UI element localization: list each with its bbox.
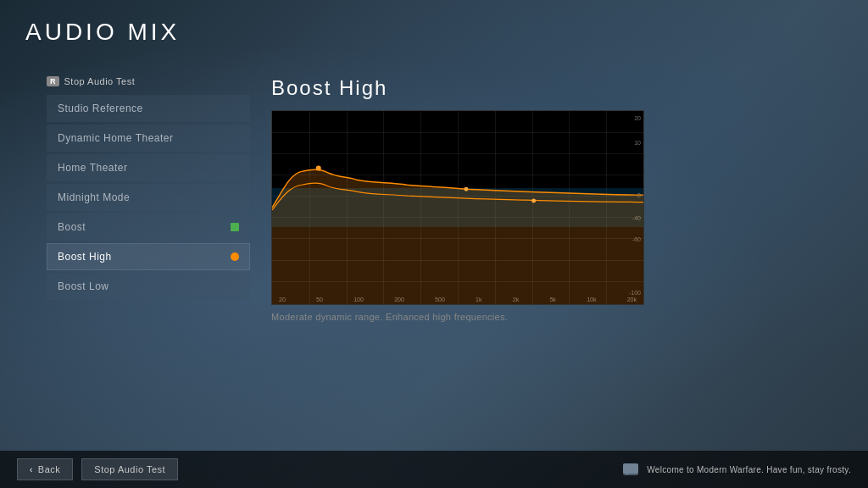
bottom-left-controls: ‹ Back Stop Audio Test — [17, 458, 178, 480]
eq-fill-upper — [272, 169, 643, 304]
sidebar-label-studio-reference: Studio Reference — [58, 103, 143, 114]
eq-dot-peak — [316, 165, 321, 170]
bottom-right-info: Welcome to Modern Warfare. Have fun, sta… — [623, 463, 851, 475]
sidebar-item-dynamic-home-theater[interactable]: Dynamic Home Theater — [47, 125, 250, 152]
r-key-icon: R — [47, 76, 59, 86]
back-label: Back — [38, 464, 60, 474]
boost-active-indicator — [231, 223, 239, 231]
boost-high-selected-indicator — [231, 252, 239, 261]
stop-audio-test-label: Stop Audio Test — [94, 464, 165, 474]
sidebar-label-boost-low: Boost Low — [58, 280, 109, 292]
eq-curve-svg — [272, 111, 643, 304]
sidebar-label-boost-high: Boost High — [58, 251, 112, 263]
chevron-left-icon: ‹ — [30, 465, 33, 474]
eq-dot-high — [531, 199, 536, 203]
sidebar-label-boost: Boost — [58, 221, 86, 233]
stop-audio-test-button[interactable]: Stop Audio Test — [81, 458, 178, 480]
preset-description: Moderate dynamic range. Enhanced high fr… — [271, 312, 843, 322]
stop-audio-test-top-button[interactable]: R Stop Audio Test — [47, 76, 250, 86]
page-title: AUDIO MIX — [25, 19, 180, 46]
sidebar-label-midnight-mode: Midnight Mode — [58, 191, 130, 203]
sidebar-label-home-theater: Home Theater — [58, 162, 127, 174]
sidebar: R Stop Audio Test Studio Reference Dynam… — [47, 76, 250, 302]
svg-marker-1 — [626, 474, 629, 475]
bottom-bar: ‹ Back Stop Audio Test Welcome to Modern… — [0, 451, 868, 488]
main-panel: Boost High 20 10 — [271, 76, 843, 322]
back-button[interactable]: ‹ Back — [17, 458, 73, 480]
eq-dot-mid — [464, 187, 468, 191]
sidebar-item-boost-high[interactable]: Boost High — [47, 243, 250, 270]
sidebar-item-home-theater[interactable]: Home Theater — [47, 154, 250, 181]
main-content-wrapper: AUDIO MIX R Stop Audio Test Studio Refer… — [0, 0, 868, 488]
preset-title: Boost High — [271, 76, 843, 100]
sidebar-label-dynamic-home-theater: Dynamic Home Theater — [58, 132, 174, 144]
sidebar-item-boost[interactable]: Boost — [47, 214, 250, 241]
sidebar-item-studio-reference[interactable]: Studio Reference — [47, 95, 250, 122]
svg-rect-0 — [623, 463, 638, 474]
sidebar-item-midnight-mode[interactable]: Midnight Mode — [47, 184, 250, 211]
sidebar-item-boost-low[interactable]: Boost Low — [47, 273, 250, 300]
chat-icon — [623, 463, 638, 475]
notification-message: Welcome to Modern Warfare. Have fun, sta… — [647, 465, 851, 474]
stop-audio-top-label: Stop Audio Test — [64, 76, 136, 86]
eq-chart: 20 10 0 -40 -60 -100 20 50 100 200 500 1… — [271, 110, 644, 305]
